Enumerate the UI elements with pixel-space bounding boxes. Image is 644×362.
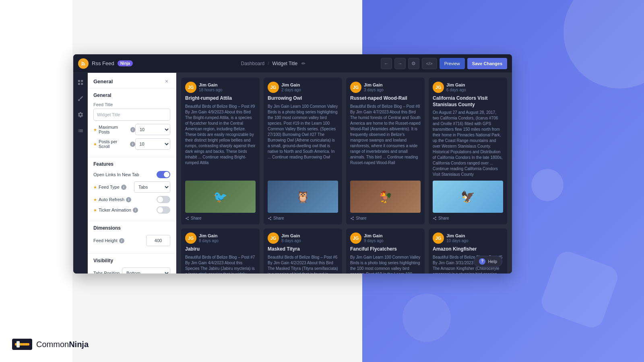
- rss-icon: [78, 58, 89, 69]
- card-time-4: 6 days ago: [446, 88, 503, 92]
- ticker-animation-toggle[interactable]: [157, 206, 170, 214]
- feed-title-input[interactable]: [93, 109, 170, 121]
- card-time-6: 8 days ago: [281, 239, 338, 243]
- auto-refresh-toggle[interactable]: [157, 196, 170, 203]
- card-title-3: Russet-naped Wood-Rail: [350, 95, 421, 102]
- edit-title-icon[interactable]: ✏: [301, 61, 306, 66]
- card-share-4[interactable]: Share: [433, 216, 503, 220]
- logo-icon: [12, 339, 32, 350]
- logo: CommonNinja: [12, 339, 89, 350]
- feed-card-1: JG Jim Gain 18 hours ago Bright-rumped A…: [181, 78, 260, 224]
- open-links-toggle[interactable]: [157, 171, 170, 178]
- undo-button[interactable]: ←: [381, 58, 392, 69]
- card-time-5: 8 days ago: [199, 239, 256, 243]
- feed-type-label: ★ Feed Type i: [93, 185, 126, 190]
- tabs-position-select[interactable]: Bottom Top: [122, 267, 170, 274]
- card-image-3: 🐓: [350, 181, 421, 213]
- ticker-animation-info-icon[interactable]: i: [133, 208, 138, 213]
- preview-button[interactable]: Preview: [440, 58, 465, 69]
- card-author-2: Jim Gain: [281, 82, 338, 88]
- card-excerpt-6: Beautiful Birds of Belize Blog – Post #6…: [268, 255, 338, 274]
- help-button[interactable]: ? Help: [474, 256, 502, 267]
- code-button[interactable]: </>: [422, 58, 437, 69]
- card-title-8: Amazon Kingfisher: [433, 246, 503, 253]
- card-title-6: Masked Tityra: [268, 246, 338, 253]
- card-author-8: Jim Gain: [446, 233, 503, 239]
- card-title-2: Burrowing Owl: [268, 95, 338, 102]
- feed-card-6: JG Jim Gain 8 days ago Masked Tityra Bea…: [264, 228, 342, 274]
- card-title-1: Bright-rumped Attila: [185, 95, 256, 102]
- top-bar-right: ← → ⚙ </> Preview Save Changes: [381, 58, 507, 69]
- card-author-3: Jim Gain: [364, 82, 421, 88]
- ticker-animation-label: ★ Ticker Animation i: [93, 208, 138, 213]
- breadcrumb-sep: /: [268, 61, 269, 66]
- card-image-4: 🦅: [433, 181, 503, 213]
- card-time-7: 9 days ago: [364, 239, 421, 243]
- avatar-7: JG: [350, 232, 361, 244]
- feed-card-7: JG Jim Gain 9 days ago Fanciful Flycatch…: [346, 228, 425, 274]
- visibility-section: Visibility Tabs Position Bottom Top Feed…: [88, 254, 176, 274]
- features-section-title: Features: [93, 161, 170, 167]
- sidebar-paint-icon[interactable]: [75, 93, 86, 104]
- general-section-title: General: [93, 93, 170, 98]
- help-icon: ?: [479, 258, 485, 265]
- auto-refresh-row: ★ Auto Refresh i: [93, 196, 170, 203]
- visibility-section-title: Visibility: [93, 258, 170, 263]
- max-posts-select[interactable]: 10 20 30: [135, 124, 170, 135]
- ninja-badge: Ninja: [118, 60, 133, 66]
- feed-height-info-icon[interactable]: i: [119, 238, 124, 243]
- breadcrumb-base: Dashboard: [241, 61, 265, 66]
- card-excerpt-5: Beautiful Birds of Belize Blog – Post #7…: [185, 255, 256, 274]
- posts-per-scroll-select[interactable]: 10 20: [135, 138, 171, 150]
- avatar-6: JG: [268, 232, 279, 244]
- max-posts-info-icon[interactable]: i: [130, 127, 135, 132]
- feed-type-info-icon[interactable]: i: [121, 185, 126, 190]
- card-share-3[interactable]: Share: [350, 216, 421, 220]
- editor-window: Rss Feed Ninja Dashboard / Widget Title …: [73, 54, 512, 274]
- card-title-7: Fanciful Flycatchers: [350, 246, 421, 253]
- svg-rect-3: [81, 80, 83, 82]
- tabs-position-row: Tabs Position Bottom Top: [93, 267, 170, 274]
- feed-title-label: Feed Title: [93, 102, 170, 107]
- auto-refresh-info-icon[interactable]: i: [126, 197, 131, 202]
- svg-rect-4: [78, 83, 80, 85]
- feed-card-3: JG Jim Gain 3 days ago Russet-naped Wood…: [346, 78, 425, 224]
- card-time-2: 2 days ago: [281, 88, 338, 92]
- panel-close-button[interactable]: ×: [163, 78, 170, 85]
- card-excerpt-1: Beautiful Birds of Belize Blog – Post #9…: [185, 104, 256, 178]
- card-time-8: 10 days ago: [446, 239, 503, 243]
- card-image-2: 🦉: [268, 181, 338, 213]
- card-image-1: 🐦: [185, 181, 256, 213]
- svg-rect-1: [17, 341, 20, 348]
- sidebar-chart-icon[interactable]: [75, 125, 86, 136]
- settings-button[interactable]: ⚙: [408, 58, 419, 69]
- avatar-3: JG: [350, 82, 361, 93]
- card-title-5: Jabiru: [185, 246, 256, 253]
- sidebar-settings-icon[interactable]: [75, 109, 86, 120]
- avatar-5: JG: [185, 232, 196, 244]
- feed-height-input[interactable]: [146, 235, 170, 246]
- open-links-label: Open Links In New Tab: [93, 172, 139, 177]
- card-time-1: 18 hours ago: [199, 88, 256, 92]
- panel-title: General: [93, 78, 113, 84]
- tabs-position-label: Tabs Position: [93, 271, 120, 274]
- posts-per-scroll-info-icon[interactable]: i: [130, 142, 135, 147]
- card-share-1[interactable]: Share: [185, 216, 256, 220]
- open-links-row: Open Links In New Tab: [93, 171, 170, 178]
- features-section: Features Open Links In New Tab ★ Feed Ty…: [88, 157, 176, 221]
- top-bar-center: Dashboard / Widget Title ✏: [167, 61, 381, 66]
- card-share-2[interactable]: Share: [268, 216, 338, 220]
- avatar-2: JG: [268, 82, 279, 93]
- save-button[interactable]: Save Changes: [467, 58, 507, 69]
- dimensions-section: Dimensions Feed Height i: [88, 221, 176, 254]
- card-author-5: Jim Gain: [199, 233, 256, 239]
- feed-type-select[interactable]: Tabs Grid List: [134, 181, 170, 193]
- redo-button[interactable]: →: [394, 58, 406, 69]
- sidebar-grid-icon[interactable]: [75, 77, 86, 88]
- logo-text: CommonNinja: [36, 340, 89, 349]
- settings-panel: General × General Feed Title ★ Maximum P…: [88, 73, 176, 274]
- card-excerpt-3: Beautiful Birds of Belize Blog – Post #8…: [350, 104, 421, 178]
- avatar-1: JG: [185, 82, 196, 93]
- feed-height-row: Feed Height i: [93, 235, 170, 246]
- card-time-3: 3 days ago: [364, 88, 421, 92]
